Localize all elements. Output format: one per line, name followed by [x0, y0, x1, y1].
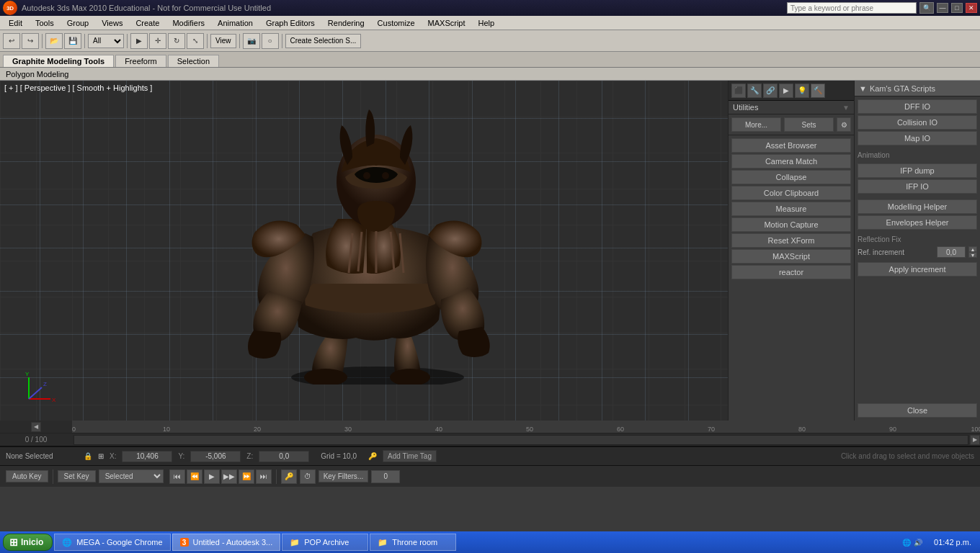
- key-mode-btn[interactable]: 🔑: [281, 469, 297, 484]
- selected-dropdown[interactable]: Selected: [99, 469, 164, 483]
- move-btn[interactable]: ✛: [149, 33, 166, 49]
- ref-increment-input[interactable]: [937, 246, 966, 258]
- taskbar-item-3dsmax[interactable]: 3 Untitled - Autodesk 3...: [172, 534, 281, 551]
- ifp-dump-btn[interactable]: IFP dump: [858, 163, 977, 178]
- reset-xform-btn[interactable]: Reset XForm: [731, 233, 851, 248]
- viewport[interactable]: [ + ] [ Perspective ] [ Smooth + Highlig…: [0, 81, 728, 421]
- measure-btn[interactable]: Measure: [731, 202, 851, 216]
- x-coord[interactable]: [122, 451, 172, 462]
- taskbar-item-throne[interactable]: 📁 Throne room: [370, 534, 456, 551]
- modelling-helper-btn[interactable]: Modelling Helper: [858, 199, 977, 214]
- z-coord[interactable]: [259, 451, 309, 462]
- svg-text:X: X: [52, 397, 56, 403]
- create-selection-btn[interactable]: Create Selection S...: [285, 34, 362, 48]
- close-btn[interactable]: ✕: [966, 3, 977, 13]
- envelopes-helper-btn[interactable]: Envelopes Helper: [858, 215, 977, 230]
- camera-match-btn[interactable]: Camera Match: [731, 154, 851, 168]
- utilities-modify-icon[interactable]: 🔧: [747, 84, 762, 98]
- maximize-btn[interactable]: □: [951, 3, 963, 13]
- scale-btn[interactable]: ⤡: [187, 33, 204, 49]
- taskbar-time: 01:42 p.m.: [928, 538, 977, 547]
- taskbar-item-chrome[interactable]: 🌐 MEGA - Google Chrome: [54, 534, 170, 551]
- auto-key-btn[interactable]: Auto Key: [6, 470, 48, 482]
- frame-number-input[interactable]: [371, 470, 400, 483]
- dff-io-btn[interactable]: DFF IO: [858, 99, 977, 114]
- reactor-btn[interactable]: reactor: [731, 265, 851, 279]
- open-btn[interactable]: 📂: [45, 33, 63, 49]
- collision-io-btn[interactable]: Collision IO: [858, 115, 977, 130]
- tab-freeform[interactable]: Freeform: [115, 55, 166, 67]
- go-start-btn[interactable]: ⏮: [169, 469, 185, 484]
- close-scripts-btn[interactable]: Close: [858, 403, 977, 418]
- render-btn[interactable]: 📷: [243, 33, 260, 49]
- sets-btn[interactable]: Sets: [784, 117, 834, 132]
- menu-item-modifiers[interactable]: Modifiers: [166, 17, 210, 29]
- utilities-display-icon[interactable]: 💡: [795, 84, 809, 98]
- ifp-io-btn[interactable]: IFP IO: [858, 179, 977, 194]
- collapse-scripts-icon[interactable]: ▼: [859, 84, 867, 93]
- utilities-hierarchy-icon[interactable]: 🔗: [763, 84, 778, 98]
- save-btn[interactable]: 💾: [64, 33, 81, 49]
- utilities-create-icon[interactable]: ⬛: [731, 84, 746, 98]
- time-cfg-btn[interactable]: ⏱: [300, 469, 316, 484]
- search-btn[interactable]: 🔍: [919, 2, 934, 14]
- menu-item-customize[interactable]: Customize: [372, 17, 421, 29]
- y-coord[interactable]: [190, 451, 241, 462]
- taskbar-item-pop[interactable]: 📁 POP Archive: [282, 534, 368, 551]
- ruler-mark-50: 50: [526, 426, 533, 433]
- volume-icon: 🔊: [914, 539, 922, 547]
- motion-capture-btn[interactable]: Motion Capture: [731, 217, 851, 232]
- menu-item-help[interactable]: Help: [473, 17, 501, 29]
- play-btn[interactable]: ▶: [204, 469, 220, 484]
- utilities-main-icon[interactable]: 🔨: [811, 84, 825, 98]
- view-label-btn[interactable]: View: [210, 34, 236, 48]
- menu-item-graph-editors[interactable]: Graph Editors: [260, 17, 321, 29]
- utilities-title: Utilities ▼: [729, 101, 854, 114]
- menu-item-animation[interactable]: Animation: [212, 17, 259, 29]
- asset-browser-btn[interactable]: Asset Browser: [731, 138, 851, 153]
- map-io-btn[interactable]: Map IO: [858, 131, 977, 145]
- start-button[interactable]: ⊞ Inicio: [3, 534, 53, 551]
- menu-item-create[interactable]: Create: [130, 17, 165, 29]
- menu-item-rendering[interactable]: Rendering: [322, 17, 370, 29]
- select-btn[interactable]: ▶: [130, 33, 148, 49]
- 3dsmax-icon: 3: [180, 538, 189, 547]
- menu-item-views[interactable]: Views: [96, 17, 128, 29]
- svg-line-10: [29, 387, 42, 399]
- minimize-btn[interactable]: —: [937, 3, 948, 13]
- tab-selection[interactable]: Selection: [168, 55, 219, 67]
- timeline-track[interactable]: [74, 435, 968, 445]
- search-input[interactable]: [787, 2, 917, 14]
- tab-graphite[interactable]: Graphite Modeling Tools: [3, 55, 114, 67]
- ref-spin-down[interactable]: ▼: [968, 252, 977, 258]
- config-btn[interactable]: ⚙: [837, 117, 851, 132]
- ruler-mark-90: 90: [889, 426, 896, 433]
- collapse-btn[interactable]: Collapse: [731, 170, 851, 184]
- play-all-btn[interactable]: ▶▶: [221, 469, 237, 484]
- key-filters-btn[interactable]: Key Filters...: [318, 470, 369, 482]
- filter-select[interactable]: All: [88, 34, 124, 48]
- timeline-collapse-btn[interactable]: ◀: [31, 422, 41, 432]
- menu-item-maxscript[interactable]: MAXScript: [422, 17, 471, 29]
- viewport-label: [ + ] [ Perspective ] [ Smooth + Highlig…: [4, 84, 152, 92]
- add-time-tag-btn[interactable]: Add Time Tag: [383, 450, 437, 462]
- utilities-motion-icon[interactable]: ▶: [779, 84, 793, 98]
- menu-item-group[interactable]: Group: [61, 17, 95, 29]
- menu-item-tools[interactable]: Tools: [30, 17, 60, 29]
- go-end-btn[interactable]: ⏭: [256, 469, 272, 484]
- ref-spin-up[interactable]: ▲: [968, 246, 977, 252]
- set-key-btn[interactable]: Set Key: [58, 470, 96, 482]
- undo-btn[interactable]: ↩: [3, 33, 20, 49]
- more-btn[interactable]: More...: [731, 117, 781, 132]
- menu-item-edit[interactable]: Edit: [3, 17, 28, 29]
- prev-frame-btn[interactable]: ⏪: [187, 469, 202, 484]
- material-btn[interactable]: ○: [262, 33, 279, 49]
- rotate-btn[interactable]: ↻: [168, 33, 185, 49]
- maxscript-util-btn[interactable]: MAXScript: [731, 249, 851, 264]
- next-frame-btn[interactable]: ⏩: [239, 469, 254, 484]
- redo-btn[interactable]: ↪: [22, 33, 39, 49]
- animation-section: IFP dump IFP IO: [855, 161, 980, 197]
- apply-increment-btn[interactable]: Apply increment: [858, 262, 977, 276]
- color-clipboard-btn[interactable]: Color Clipboard: [731, 186, 851, 200]
- timeline-end-btn[interactable]: ▶: [970, 435, 980, 445]
